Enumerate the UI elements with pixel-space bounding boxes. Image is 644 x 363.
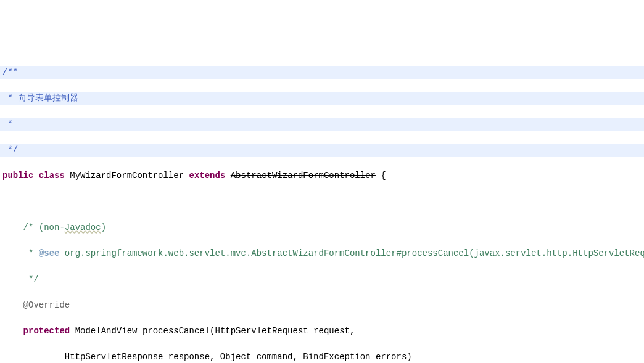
code-line: /** (0, 66, 644, 79)
keyword-class: class (39, 171, 65, 181)
javadoc-comment: * 向导表单控制器 (2, 93, 78, 103)
annotation-override: @Override (23, 300, 70, 310)
class-name: MyWizardFormController (70, 171, 184, 181)
brace: { (376, 171, 386, 181)
comment: */ (2, 274, 39, 284)
code-line: * 向导表单控制器 (0, 92, 644, 105)
code-editor: /** * 向导表单控制器 * */ public class MyWizard… (0, 52, 644, 363)
code-line: * @see org.springframework.web.servlet.m… (0, 247, 644, 260)
code-line: public class MyWizardFormController exte… (0, 169, 644, 182)
keyword-extends: extends (189, 171, 226, 181)
code-line: @Override (0, 299, 644, 312)
comment: * @see org.springframework.web.servlet.m… (28, 248, 644, 258)
keyword-protected: protected (23, 326, 70, 336)
code-line: */ (0, 273, 644, 286)
deprecated-class: AbstractWizardFormController (231, 171, 376, 181)
javadoc-comment: /** (2, 67, 18, 77)
code-line (0, 195, 644, 208)
keyword-public: public (2, 171, 33, 181)
code-line: HttpServletResponse response, Object com… (0, 351, 644, 363)
method-name: processCancel (142, 326, 210, 336)
code-line: */ (0, 144, 644, 157)
code-line: * (0, 118, 644, 131)
javadoc-comment: * (2, 119, 13, 129)
code-line: /* (non-Javadoc) (0, 221, 644, 234)
comment: /* (non-Javadoc) (23, 222, 106, 232)
params: (HttpServletRequest request, (210, 326, 355, 336)
return-type: ModelAndView (75, 326, 138, 336)
params: HttpServletResponse response, Object com… (2, 352, 412, 362)
code-line: protected ModelAndView processCancel(Htt… (0, 325, 644, 338)
javadoc-comment: */ (2, 145, 18, 155)
